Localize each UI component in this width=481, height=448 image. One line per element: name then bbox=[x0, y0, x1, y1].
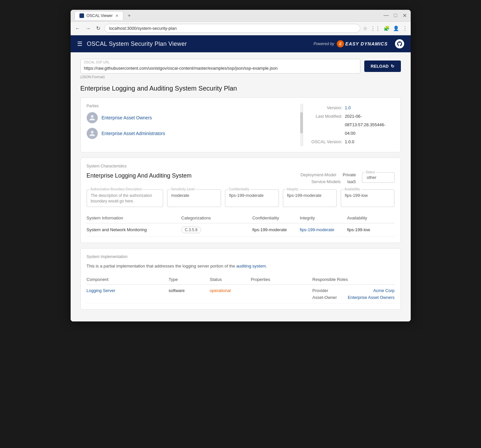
col-system-info: System Information bbox=[87, 215, 181, 220]
col-integrity: Integrity bbox=[300, 215, 347, 220]
service-models-label: Service-Models bbox=[311, 179, 341, 184]
service-models-value: IaaS bbox=[347, 179, 356, 184]
table-header: System Information Categorizations Confi… bbox=[87, 213, 395, 223]
impl-roles-col: Provider Acme Corp Asset-Owner Enterpris… bbox=[312, 288, 394, 300]
back-button[interactable]: ← bbox=[74, 24, 82, 33]
auth-boundary-field: Authorization-Boundary-Description The d… bbox=[87, 189, 163, 207]
address-input[interactable] bbox=[104, 24, 360, 33]
main-content: OSCAL SSP URL RELOAD ↻ (JSON Format) Ent… bbox=[71, 52, 411, 321]
status-label: Status bbox=[365, 170, 376, 174]
github-icon[interactable] bbox=[395, 39, 404, 48]
system-info-table: System Information Categorizations Confi… bbox=[87, 213, 395, 237]
parties-scrollbar-thumb bbox=[300, 112, 303, 133]
party-avatar-1 bbox=[87, 128, 98, 139]
maximize-button[interactable]: □ bbox=[394, 12, 397, 19]
party-item-1[interactable]: Enterprise Asset Administrators bbox=[87, 128, 298, 139]
app-header: ☰ OSCAL System Security Plan Viewer Powe… bbox=[71, 35, 411, 52]
parties-version-card: Parties Enterprise Asset Owners Enterpri… bbox=[80, 97, 401, 152]
refresh-button[interactable]: ↻ bbox=[95, 24, 102, 33]
star-icon[interactable]: ☆ bbox=[363, 26, 367, 31]
browser-toolbar-icons: ☆ ⋮⋮ 🧩 👤 ⋮ bbox=[363, 26, 407, 31]
party-name-1: Enterprise Asset Administrators bbox=[102, 131, 165, 136]
party-avatar-0 bbox=[87, 112, 98, 123]
auditing-system-link[interactable]: auditing system bbox=[236, 264, 266, 268]
col-availability: Availability bbox=[347, 215, 395, 220]
sys-char-label: System Characteristics bbox=[87, 164, 395, 168]
tab-close-button[interactable]: ✕ bbox=[115, 14, 118, 18]
oscal-version-label: OSCAL Version: bbox=[310, 138, 342, 146]
tab-favicon bbox=[79, 13, 84, 18]
status-box: Status other bbox=[362, 172, 395, 183]
version-row: Version: 1.0 bbox=[310, 104, 395, 112]
last-modified-value: 2021-06-08T13:57:28.355446-04:00 bbox=[345, 112, 395, 138]
json-format-note: (JSON Format) bbox=[80, 75, 401, 79]
deployment-model-label: Deployment-Model bbox=[301, 172, 336, 177]
impl-table-row: Logging Server software operational Prov… bbox=[87, 285, 395, 303]
powered-by-section: Powered by E EASY DYNAMICS bbox=[314, 39, 404, 48]
role-val-0: Acme Corp bbox=[373, 288, 394, 293]
deployment-model-value: Private bbox=[343, 172, 356, 177]
forward-button[interactable]: → bbox=[84, 24, 92, 33]
deployment-info: Deployment-Model Private Service-Models … bbox=[301, 172, 356, 184]
row-availability: fips-199-low bbox=[347, 227, 395, 232]
impl-col-component: Component bbox=[87, 277, 169, 282]
party-item-0[interactable]: Enterprise Asset Owners bbox=[87, 112, 298, 123]
url-input[interactable] bbox=[84, 60, 357, 73]
ed-brand-icon: E bbox=[337, 40, 344, 47]
impl-row-status: operational bbox=[210, 288, 251, 293]
impl-col-type: Type bbox=[169, 277, 210, 282]
minimize-button[interactable]: — bbox=[384, 12, 389, 19]
row-categorization: C.3.5.8 bbox=[181, 227, 252, 233]
window-controls: — □ ✕ bbox=[384, 12, 407, 19]
powered-by-text: Powered by bbox=[314, 42, 334, 46]
url-row: OSCAL SSP URL RELOAD ↻ bbox=[80, 59, 401, 74]
availability-label: Availability bbox=[344, 187, 361, 191]
tab-title: OSCAL Viewer bbox=[87, 13, 113, 18]
reload-button[interactable]: RELOAD ↻ bbox=[364, 60, 401, 72]
availability-value: fips-199-low bbox=[345, 193, 390, 198]
url-section: OSCAL SSP URL RELOAD ↻ (JSON Format) bbox=[80, 59, 401, 79]
role-key-0: Provider bbox=[312, 288, 328, 293]
party-name-0: Enterprise Asset Owners bbox=[102, 115, 152, 120]
reload-label: RELOAD bbox=[371, 64, 389, 69]
table-row: System and Network Monitoring C.3.5.8 fi… bbox=[87, 223, 395, 237]
easy-dynamics-logo: E EASY DYNAMICS bbox=[337, 40, 387, 47]
impl-description: This is a partial implementation that ad… bbox=[87, 263, 395, 269]
extensions-icon[interactable]: 🧩 bbox=[384, 26, 390, 31]
version-label: Version: bbox=[310, 104, 342, 112]
grid-icon[interactable]: ⋮⋮ bbox=[370, 26, 380, 31]
impl-col-properties: Properties bbox=[251, 277, 312, 282]
browser-tab[interactable]: OSCAL Viewer ✕ bbox=[75, 11, 123, 20]
new-tab-button[interactable]: + bbox=[126, 12, 133, 19]
url-input-wrapper: OSCAL SSP URL bbox=[80, 59, 360, 74]
brand-name: EASY DYNAMICS bbox=[345, 41, 387, 46]
parties-label: Parties bbox=[87, 104, 298, 108]
role-key-1: Asset-Owner bbox=[312, 295, 337, 300]
role-row-0: Provider Acme Corp bbox=[312, 288, 394, 293]
status-value: other bbox=[367, 175, 377, 180]
deployment-model-row: Deployment-Model Private bbox=[301, 172, 356, 177]
fields-row: Authorization-Boundary-Description The d… bbox=[87, 189, 395, 207]
impl-row-component[interactable]: Logging Server bbox=[87, 288, 169, 293]
col-categorizations: Categorizations bbox=[181, 215, 252, 220]
impl-col-status: Status bbox=[210, 277, 251, 282]
row-integrity: fips-199-moderate bbox=[300, 227, 347, 232]
parties-section: Parties Enterprise Asset Owners Enterpri… bbox=[87, 104, 303, 146]
integrity-label: Integrity bbox=[286, 187, 300, 191]
role-val-1: Enterprise Asset Owners bbox=[348, 295, 394, 300]
last-modified-row: Last Modified: 2021-06-08T13:57:28.35544… bbox=[310, 112, 395, 138]
row-system-info: System and Network Monitoring bbox=[87, 227, 181, 232]
version-section: Version: 1.0 Last Modified: 2021-06-08T1… bbox=[303, 104, 395, 146]
sensitivity-field: Sensitivity-Level moderate bbox=[167, 189, 221, 207]
availability-field: Availability fips-199-low bbox=[341, 189, 395, 207]
app-title: OSCAL System Security Plan Viewer bbox=[87, 41, 187, 47]
close-button[interactable]: ✕ bbox=[403, 12, 407, 19]
sys-impl-label: System Implementation bbox=[87, 254, 395, 259]
sys-char-header: Enterprise Logging And Auditing System D… bbox=[87, 172, 395, 184]
hamburger-menu[interactable]: ☰ bbox=[77, 40, 82, 47]
menu-icon[interactable]: ⋮ bbox=[403, 26, 407, 31]
parties-scrollbar[interactable] bbox=[300, 104, 303, 146]
last-modified-label: Last Modified: bbox=[310, 112, 342, 138]
title-bar: OSCAL Viewer ✕ + — □ ✕ bbox=[71, 10, 411, 22]
profile-icon[interactable]: 👤 bbox=[393, 26, 399, 31]
